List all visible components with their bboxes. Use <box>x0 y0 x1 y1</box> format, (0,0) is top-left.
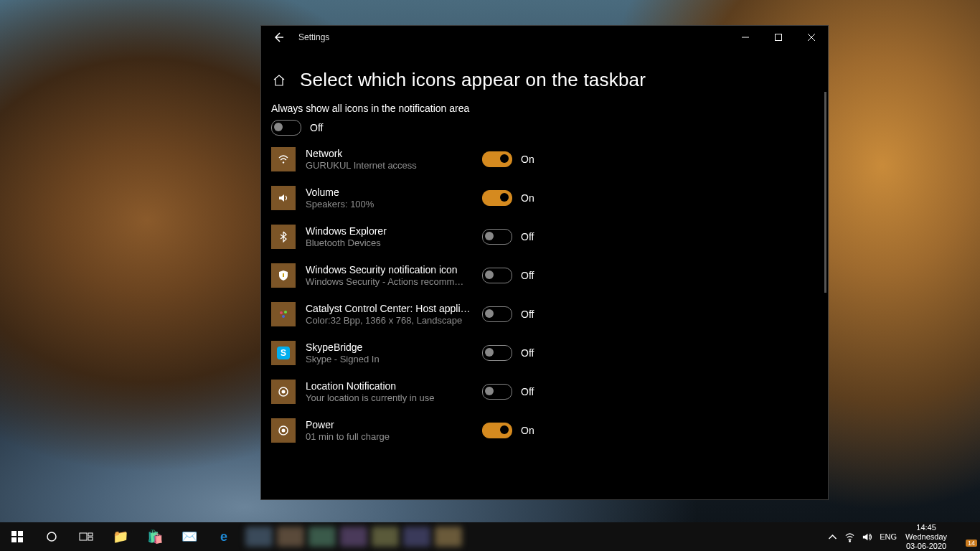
list-item: Catalyst Control Center: Host applic…Col… <box>271 302 818 326</box>
windows-icon <box>11 531 23 542</box>
item-toggle-state: On <box>521 154 534 165</box>
edge-app[interactable]: e <box>207 522 241 551</box>
svg-rect-15 <box>80 533 87 540</box>
item-toggle-state: Off <box>521 347 534 359</box>
svg-rect-2 <box>283 273 284 277</box>
item-text: VolumeSpeakers: 100% <box>306 187 472 209</box>
master-toggle-state: Off <box>310 122 323 133</box>
item-subtitle: Bluetooth Devices <box>306 237 472 248</box>
item-subtitle: Windows Security - Actions recomm… <box>306 276 472 287</box>
home-button[interactable] <box>271 72 287 88</box>
close-icon <box>808 34 815 41</box>
item-title: Volume <box>306 187 472 198</box>
catalyst-icon <box>271 302 296 326</box>
mail-app[interactable]: ✉️ <box>172 522 207 551</box>
tray-overflow-button[interactable] <box>824 522 841 551</box>
list-item: VolumeSpeakers: 100%On <box>271 186 818 210</box>
icon-list: NetworkGURUKUL Internet accessOnVolumeSp… <box>271 147 818 443</box>
page-heading: Select which icons appear on the taskbar <box>300 69 646 91</box>
item-toggle[interactable] <box>482 306 512 322</box>
minimize-button[interactable] <box>729 26 762 49</box>
arrow-left-icon <box>273 32 284 43</box>
item-subtitle: GURUKUL Internet access <box>306 160 472 171</box>
item-text: Windows Security notification iconWindow… <box>306 264 472 287</box>
item-subtitle: 01 min to full charge <box>306 431 472 442</box>
scrollbar[interactable] <box>824 92 826 293</box>
list-item: Windows Security notification iconWindow… <box>271 263 818 288</box>
power-icon <box>271 418 296 443</box>
tray-clock[interactable]: 14:45 Wednesday 03-06-2020 <box>901 523 951 551</box>
item-text: Windows ExplorerBluetooth Devices <box>306 225 472 248</box>
cortana-icon <box>46 531 57 542</box>
window-title: Settings <box>296 32 329 42</box>
tray-language[interactable]: ENG <box>875 532 901 542</box>
store-app[interactable]: 🛍️ <box>138 522 172 551</box>
svg-point-18 <box>849 540 850 542</box>
svg-point-4 <box>284 311 287 314</box>
volume-icon <box>862 532 872 542</box>
list-item: Power01 min to full chargeOn <box>271 418 818 443</box>
minimize-icon <box>742 34 749 41</box>
item-subtitle: Color:32 Bpp, 1366 x 768, Landscape <box>306 315 472 326</box>
item-toggle-state: Off <box>521 231 534 242</box>
list-item: Location NotificationYour location is cu… <box>271 380 818 404</box>
master-toggle-label: Always show all icons in the notificatio… <box>271 103 818 114</box>
svg-point-7 <box>282 390 286 394</box>
item-toggle[interactable] <box>482 229 512 245</box>
volume-icon <box>271 186 296 210</box>
item-toggle[interactable] <box>482 423 512 438</box>
svg-point-14 <box>47 532 56 541</box>
task-view-button[interactable] <box>69 522 103 551</box>
skype-icon: S <box>271 341 296 365</box>
svg-rect-13 <box>18 537 23 542</box>
maximize-button[interactable] <box>762 26 795 49</box>
action-center-button[interactable]: 14 <box>951 522 980 551</box>
svg-rect-16 <box>88 533 93 536</box>
item-title: Network <box>306 148 472 159</box>
taskbar: 📁 🛍️ ✉️ e ENG 14:45 Wednesday 03-06-2020… <box>0 522 980 551</box>
close-button[interactable] <box>795 26 828 49</box>
item-text: Location NotificationYour location is cu… <box>306 380 472 403</box>
start-button[interactable] <box>0 522 34 551</box>
item-toggle[interactable] <box>482 384 512 400</box>
item-title: Catalyst Control Center: Host applic… <box>306 303 472 314</box>
action-center-icon <box>951 522 980 551</box>
item-title: Windows Explorer <box>306 225 472 237</box>
svg-point-1 <box>283 161 284 163</box>
folder-icon: 📁 <box>113 529 128 545</box>
item-toggle[interactable] <box>482 345 512 361</box>
tray-volume-button[interactable] <box>858 522 875 551</box>
location-icon <box>271 380 296 404</box>
svg-point-5 <box>282 315 285 318</box>
cortana-button[interactable] <box>34 522 69 551</box>
wifi-icon <box>271 147 296 171</box>
item-title: Power <box>306 419 472 430</box>
svg-point-9 <box>282 429 286 433</box>
item-title: Windows Security notification icon <box>306 264 472 276</box>
item-toggle-state: Off <box>521 386 534 397</box>
svg-rect-10 <box>11 531 17 536</box>
master-toggle[interactable] <box>271 120 301 136</box>
item-toggle[interactable] <box>482 151 512 167</box>
item-subtitle: Your location is currently in use <box>306 392 472 403</box>
item-text: Catalyst Control Center: Host applic…Col… <box>306 303 472 326</box>
svg-rect-11 <box>18 531 23 536</box>
task-view-icon <box>79 531 93 542</box>
file-explorer-app[interactable]: 📁 <box>103 522 138 551</box>
maximize-icon <box>775 34 782 41</box>
mail-icon: ✉️ <box>182 529 197 545</box>
item-toggle[interactable] <box>482 268 512 283</box>
item-title: SkypeBridge <box>306 342 472 353</box>
back-button[interactable] <box>261 26 296 49</box>
item-toggle[interactable] <box>482 190 512 206</box>
tray-wifi-button[interactable] <box>841 522 858 551</box>
list-item: SSkypeBridgeSkype - Signed InOff <box>271 341 818 365</box>
tray-time: 14:45 <box>905 523 947 532</box>
notification-badge: 14 <box>966 540 977 547</box>
list-item: Windows ExplorerBluetooth DevicesOff <box>271 225 818 249</box>
item-toggle-state: On <box>521 425 534 436</box>
system-tray: ENG 14:45 Wednesday 03-06-2020 14 <box>824 522 980 551</box>
running-apps-blurred <box>245 527 462 547</box>
chevron-up-icon <box>827 532 838 542</box>
home-icon <box>273 74 286 87</box>
